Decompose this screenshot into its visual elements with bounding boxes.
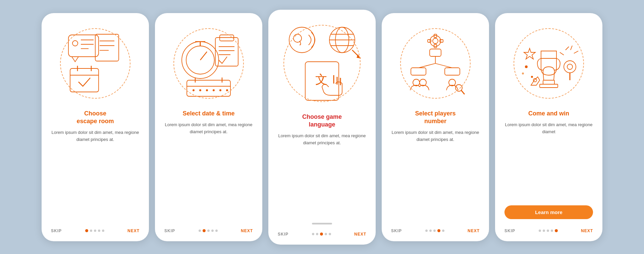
card-2-bottom-nav: SKIP NEXT xyxy=(164,228,253,233)
card-3-description: Lorem ipsum dolor sit dim amet, mea regi… xyxy=(278,133,366,219)
card-3-dots xyxy=(312,233,331,236)
card-4-description: Lorem ipsum dolor sit dim amet, mea regi… xyxy=(391,129,480,222)
card-4-bottom-nav: SKIP NEXT xyxy=(391,228,480,233)
dot-1-3 xyxy=(98,230,100,232)
card-5-next[interactable]: NEXT xyxy=(581,228,593,233)
card-2-skip[interactable]: SKIP xyxy=(164,228,175,233)
dot-2-2 xyxy=(207,230,210,232)
card-2-description: Lorem ipsum dolor sit dim amet, mea regi… xyxy=(164,121,253,222)
card-4-skip[interactable]: SKIP xyxy=(391,228,402,233)
card-1-title: Choose escape room xyxy=(76,110,114,125)
card-4-title: Select players number xyxy=(415,110,455,125)
illustration-date-time xyxy=(168,23,249,104)
card-5-skip[interactable]: SKIP xyxy=(504,228,515,233)
card-5-bottom-nav: SKIP NEXT xyxy=(504,228,593,233)
illustration-players xyxy=(395,23,476,104)
card-2-dots xyxy=(199,229,218,232)
dot-2-0 xyxy=(199,230,201,232)
illustration-win xyxy=(508,23,589,104)
dot-5-4 xyxy=(555,229,558,232)
screens-container: Choose escape room Lorem ipsum dolor sit… xyxy=(42,10,602,245)
learn-more-button[interactable]: Learn more xyxy=(504,205,593,219)
dot-3-4 xyxy=(329,233,331,235)
dot-4-0 xyxy=(425,230,428,232)
card-5-dots xyxy=(539,229,558,232)
dashed-circle-3 xyxy=(283,25,361,102)
dashed-circle-2 xyxy=(173,28,244,99)
dot-2-3 xyxy=(211,230,214,232)
card-4-next[interactable]: NEXT xyxy=(468,228,480,233)
card-3-skip[interactable]: SKIP xyxy=(278,232,288,237)
card-3-bottom-nav: SKIP NEXT xyxy=(278,232,366,237)
illustration-escape-room xyxy=(55,23,136,104)
card-1-description: Lorem ipsum dolor sit dim amet, mea regi… xyxy=(51,129,140,222)
dot-3-2 xyxy=(320,233,323,236)
card-3-next[interactable]: NEXT xyxy=(354,232,366,237)
dot-4-1 xyxy=(429,230,432,232)
card-select-date-time: Select date & time Lorem ipsum dolor sit… xyxy=(155,13,262,241)
dot-2-1 xyxy=(203,229,206,232)
dot-5-2 xyxy=(547,230,549,232)
dot-4-2 xyxy=(433,230,436,232)
card-4-dots xyxy=(425,229,444,232)
card-2-title: Select date & time xyxy=(182,110,234,117)
dashed-circle-1 xyxy=(60,28,130,99)
card-select-players: Select players number Lorem ipsum dolor … xyxy=(382,13,489,241)
dot-1-4 xyxy=(102,230,104,232)
dot-1-2 xyxy=(94,230,96,232)
card-choose-escape-room: Choose escape room Lorem ipsum dolor sit… xyxy=(42,13,149,241)
dot-2-4 xyxy=(215,230,218,232)
card-1-skip[interactable]: SKIP xyxy=(51,228,62,233)
illustration-language: 文 xyxy=(278,20,366,107)
card-5-title: Come and win xyxy=(528,110,569,117)
dashed-circle-5 xyxy=(514,28,584,99)
dot-1-1 xyxy=(90,230,92,232)
dot-4-3 xyxy=(437,229,440,232)
card-1-bottom-nav: SKIP NEXT xyxy=(51,228,140,233)
card-choose-language: 文 Choose game language Lorem ipsum dolor… xyxy=(268,10,376,245)
svg-line-64 xyxy=(461,90,465,94)
card-5-description: Lorem ipsum dolor sit dim amet, mea regi… xyxy=(504,121,593,205)
dot-3-1 xyxy=(316,233,318,235)
home-indicator xyxy=(312,223,332,224)
dashed-circle-4 xyxy=(400,28,471,99)
card-3-title: Choose game language xyxy=(302,113,342,129)
card-2-next[interactable]: NEXT xyxy=(241,228,253,233)
dot-5-0 xyxy=(539,230,541,232)
dot-5-1 xyxy=(543,230,545,232)
card-1-dots xyxy=(85,229,104,232)
card-come-and-win: Come and win Lorem ipsum dolor sit dim a… xyxy=(495,13,602,241)
dot-1-0 xyxy=(85,229,88,232)
dot-3-0 xyxy=(312,233,314,235)
dot-5-3 xyxy=(551,230,553,232)
dot-4-4 xyxy=(442,230,444,232)
card-1-next[interactable]: NEXT xyxy=(127,228,140,233)
dot-3-3 xyxy=(325,233,327,235)
